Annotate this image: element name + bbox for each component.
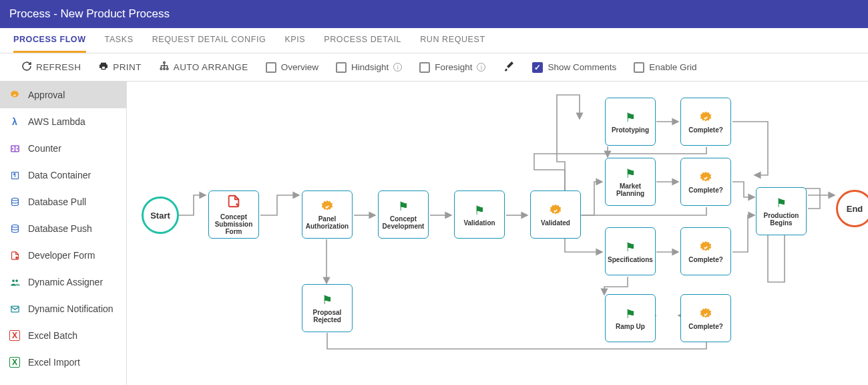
node-label: Validation [463,219,495,227]
palette-item-label: Dynamic Notification [28,303,114,314]
approval-icon [698,170,713,185]
approval-icon [548,203,563,218]
process-canvas[interactable]: Start Concept Submission Form Panel Auth… [127,82,868,385]
tab-tasks[interactable]: TASKS [105,28,134,53]
palette-sidebar[interactable]: Approval λ AWS Lambda Counter Data Conta… [0,82,127,385]
start-node[interactable]: Start [142,197,179,234]
flag-icon: ⚑ [398,199,409,214]
flag-icon: ⚑ [776,196,787,211]
workspace: Approval λ AWS Lambda Counter Data Conta… [0,82,868,385]
concept-submission-form-node[interactable]: Concept Submission Form [208,190,259,239]
developer-form-icon [9,250,20,261]
panel-authorization-node[interactable]: Panel Authorization [302,190,353,239]
palette-item-label: Counter [28,143,61,154]
print-button[interactable]: PRINT [98,61,142,74]
complete-3-node[interactable]: Complete? [680,227,731,275]
palette-item-label: Excel Import [28,357,80,368]
tab-process-detail[interactable]: PROCESS DETAIL [324,28,401,53]
excel-batch-icon: X [9,330,20,341]
palette-item-approval[interactable]: Approval [0,82,126,108]
node-label: Ramp Up [616,323,645,330]
tab-request-detail-config[interactable]: REQUEST DETAIL CONFIG [152,28,266,53]
production-begins-node[interactable]: ⚑ Production Begins [756,187,807,235]
container-icon [9,170,20,180]
approval-icon [320,199,335,214]
palette-item-label: Developer Form [28,250,95,261]
market-planning-node[interactable]: ⚑ Market Planning [605,158,656,206]
svg-point-1 [160,68,162,70]
checkbox-icon [336,62,347,73]
node-label: Complete? [688,256,723,263]
palette-item-excel-batch[interactable]: X Excel Batch [0,322,126,349]
palette-item-developer-form[interactable]: Developer Form [0,242,126,269]
auto-arrange-button[interactable]: AUTO ARRANGE [159,61,248,74]
specifications-node[interactable]: ⚑ Specifications [605,227,656,275]
node-label: End [847,204,863,214]
palette-item-label: Approval [28,90,65,100]
tab-process-flow[interactable]: PROCESS FLOW [13,28,86,53]
brush-icon[interactable] [503,60,515,74]
checkbox-icon [266,62,276,73]
form-icon [226,194,241,212]
refresh-button[interactable]: REFRESH [21,61,81,74]
node-label: Specifications [608,256,653,263]
node-label: Validated [541,219,570,227]
excel-import-icon: X [9,357,20,368]
palette-item-counter[interactable]: Counter [0,135,126,162]
database-pull-icon [9,197,20,207]
flag-icon: ⚑ [625,110,636,125]
approval-icon [698,307,713,322]
node-label: Complete? [688,186,723,194]
concept-development-node[interactable]: ⚑ Concept Development [378,190,429,239]
palette-item-data-container[interactable]: Data Container [0,162,126,188]
validated-node[interactable]: Validated [530,190,581,239]
palette-item-aws-lambda[interactable]: λ AWS Lambda [0,108,126,135]
svg-point-3 [166,68,168,70]
checkbox-checked-icon: ✓ [532,62,543,73]
palette-item-excel-import[interactable]: X Excel Import [0,349,126,376]
tab-run-request[interactable]: RUN REQUEST [420,28,485,53]
palette-item-database-pull[interactable]: Database Pull [0,188,126,215]
overview-checkbox[interactable]: Overview [266,62,318,73]
notification-icon [9,303,20,314]
svg-point-12 [12,279,15,282]
assigner-icon [9,277,20,287]
node-label: Proposal Rejected [304,309,351,324]
palette-item-dynamic-assigner[interactable]: Dynamic Assigner [0,269,126,295]
prototyping-node[interactable]: ⚑ Prototyping [605,98,656,146]
flag-icon: ⚑ [625,307,636,322]
node-label: Start [150,211,170,221]
flag-icon: ⚑ [322,293,333,307]
approval-icon [698,110,713,125]
node-label: Production Begins [758,212,805,227]
svg-point-10 [11,225,18,227]
node-label: Concept Development [380,215,427,230]
palette-item-label: Dynamic Assigner [28,277,103,287]
palette-item-dynamic-notification[interactable]: Dynamic Notification [0,295,126,322]
svg-point-0 [163,61,165,63]
complete-2-node[interactable]: Complete? [680,158,731,206]
palette-item-database-push[interactable]: Database Push [0,215,126,242]
title-bar: Process - New Product Process [0,0,868,28]
svg-point-9 [11,198,18,201]
tab-strip: PROCESS FLOW TASKS REQUEST DETAIL CONFIG… [0,28,868,53]
enable-grid-checkbox[interactable]: Enable Grid [634,62,696,73]
svg-point-2 [163,68,165,70]
svg-point-11 [15,256,18,259]
show-comments-checkbox[interactable]: ✓ Show Comments [532,62,616,73]
complete-4-node[interactable]: Complete? [680,294,731,342]
complete-1-node[interactable]: Complete? [680,98,731,146]
node-label: Panel Authorization [304,215,351,230]
approval-icon [9,90,20,100]
validation-node[interactable]: ⚑ Validation [454,190,505,239]
flag-icon: ⚑ [625,240,636,255]
proposal-rejected-node[interactable]: ⚑ Proposal Rejected [302,284,353,332]
foresight-checkbox[interactable]: Foresight i [419,62,485,73]
palette-item-label: AWS Lambda [28,116,85,127]
end-node[interactable]: End [836,190,868,227]
flag-icon: ⚑ [625,166,636,181]
hindsight-checkbox[interactable]: Hindsight i [336,62,402,73]
tab-kpis[interactable]: KPIS [284,28,305,53]
ramp-up-node[interactable]: ⚑ Ramp Up [605,294,656,342]
approval-icon [698,240,713,255]
